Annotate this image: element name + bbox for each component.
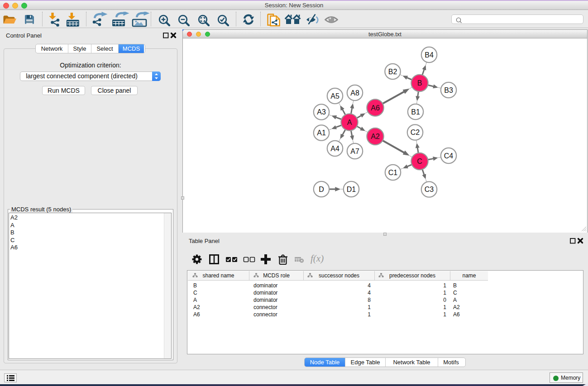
svg-text:A8: A8: [350, 89, 359, 97]
svg-text:C: C: [417, 157, 422, 165]
svg-text:B: B: [417, 79, 422, 87]
svg-text:D1: D1: [347, 186, 356, 193]
svg-text:A2: A2: [371, 133, 380, 140]
svg-text:B3: B3: [444, 86, 453, 94]
svg-text:D: D: [319, 186, 324, 193]
svg-text:C4: C4: [444, 152, 454, 160]
svg-text:C1: C1: [388, 169, 398, 176]
svg-text:A3: A3: [317, 108, 326, 116]
svg-text:B2: B2: [388, 68, 397, 76]
svg-text:A4: A4: [330, 145, 339, 152]
svg-text:B1: B1: [411, 108, 420, 116]
svg-text:A7: A7: [350, 148, 359, 155]
svg-text:A5: A5: [330, 92, 339, 100]
svg-text:B4: B4: [425, 51, 434, 59]
svg-text:A1: A1: [317, 129, 326, 137]
svg-text:A: A: [347, 119, 352, 126]
svg-text:C3: C3: [425, 186, 434, 193]
svg-text:A6: A6: [371, 104, 380, 112]
svg-text:C2: C2: [411, 129, 420, 136]
